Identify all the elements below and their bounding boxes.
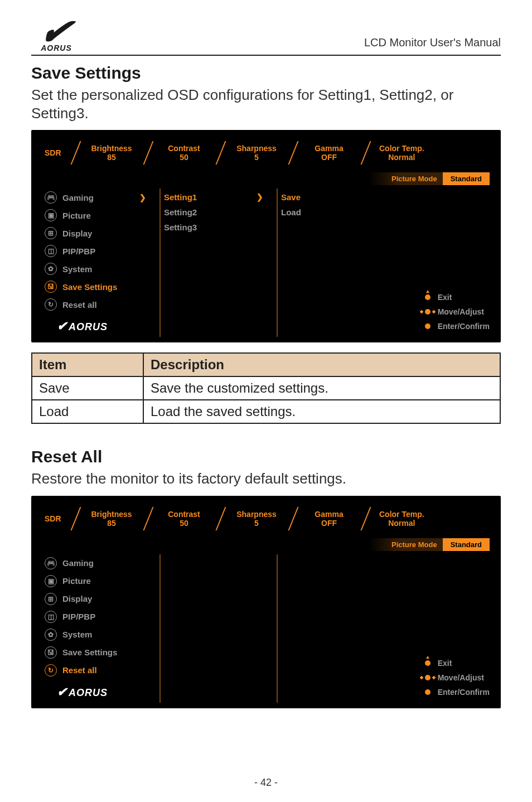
column-divider [277, 554, 278, 703]
stat-brightness: Brightness 85 [84, 510, 139, 528]
reset-icon: ↻ [45, 664, 57, 677]
menu-item-label: Save Settings [62, 282, 117, 292]
menu-item-picture[interactable]: ▣ Picture [45, 572, 156, 590]
menu-item-save-settings[interactable]: 🖫 Save Settings [45, 644, 156, 661]
menu-item-pip[interactable]: ◫ PIP/PBP [45, 608, 156, 626]
stat-contrast-label: Contrast [168, 144, 200, 153]
stat-sharpness-label: Sharpness [236, 144, 277, 153]
status-divider [212, 140, 229, 166]
menu-item-label: Picture [62, 211, 91, 220]
column-divider [277, 189, 278, 337]
menu-item-reset-all[interactable]: ↻ Reset all [45, 661, 156, 679]
osd-main-menu: 🎮 Gaming ❯ ▣ Picture ⊞ Display ◫ PIP/ [45, 189, 156, 337]
action-load[interactable]: Load [281, 205, 390, 220]
stat-contrast: Contrast 50 [156, 144, 212, 162]
stat-colortemp-value: Normal [388, 153, 415, 162]
picture-mode-value: Standard [443, 172, 490, 185]
eagle-icon: ✔ [57, 319, 67, 333]
reset-icon: ↻ [45, 298, 57, 311]
description-table: Item Description Save Save the customize… [31, 352, 501, 424]
menu-item-pip[interactable]: ◫ PIP/PBP [45, 242, 156, 260]
menu-item-label: PIP/PBP [62, 247, 95, 256]
osd-panel-save-settings: SDR Brightness 85 Contrast 50 Sharpness … [31, 130, 501, 342]
osd-action-column: Save Load [281, 189, 390, 337]
stat-contrast-value: 50 [180, 153, 188, 162]
stat-brightness: Brightness 85 [84, 144, 139, 162]
sdr-indicator: SDR [45, 148, 67, 157]
hint-move: Move/Adjust [422, 670, 490, 685]
osd-status-bar: SDR Brightness 85 Contrast 50 Sharpness … [45, 140, 490, 168]
table-header-desc: Description [143, 353, 500, 376]
joystick-up-icon [422, 658, 433, 669]
table-cell-desc: Save the customized settings. [143, 376, 500, 400]
picture-mode-label: Picture Mode [369, 172, 443, 185]
setting-slot-3[interactable]: Setting3 [164, 220, 273, 235]
menu-item-system[interactable]: ✿ System [45, 260, 156, 278]
menu-item-picture[interactable]: ▣ Picture [45, 206, 156, 224]
display-icon: ⊞ [45, 227, 57, 239]
stat-sharpness: Sharpness 5 [229, 510, 284, 528]
document-header: LCD Monitor User's Manual [364, 36, 501, 49]
stat-sharpness-value: 5 [254, 153, 259, 162]
table-header-item: Item [32, 353, 143, 376]
gamepad-icon: 🎮 [45, 557, 57, 569]
table-cell-item: Save [32, 376, 143, 400]
gamepad-icon: 🎮 [45, 191, 57, 204]
sdr-indicator: SDR [45, 514, 67, 523]
picture-mode-value: Standard [443, 538, 490, 551]
aorus-brand-footer: ✔AORUS [45, 679, 156, 703]
menu-item-gaming[interactable]: 🎮 Gaming [45, 554, 156, 572]
status-divider [357, 140, 374, 166]
save-icon: 🖫 [45, 281, 57, 293]
hint-exit: Exit [422, 290, 490, 305]
status-divider [67, 140, 84, 166]
table-cell-desc: Load the saved settings. [143, 400, 500, 423]
menu-item-label: Display [62, 229, 92, 238]
stat-sharpness: Sharpness 5 [229, 144, 284, 162]
menu-item-label: System [62, 264, 92, 274]
osd-joystick-hints: Exit Move/Adjust Enter/Confirm [422, 290, 490, 334]
status-divider [67, 506, 84, 532]
setting-slot-1[interactable]: Setting1 ❯ [164, 190, 273, 205]
joystick-up-icon [422, 292, 433, 303]
table-cell-item: Load [32, 400, 143, 423]
pip-icon: ◫ [45, 611, 57, 623]
menu-item-label: Gaming [62, 193, 94, 202]
osd-joystick-hints: Exit Move/Adjust Enter/Confirm [422, 656, 490, 699]
save-icon: 🖫 [45, 646, 57, 659]
eagle-icon: ✔ [57, 685, 67, 699]
chevron-right-icon: ❯ [139, 193, 146, 202]
stat-brightness-label: Brightness [91, 144, 132, 153]
column-divider [159, 554, 161, 703]
stat-gamma: Gamma OFF [301, 510, 357, 528]
status-divider [284, 140, 301, 166]
gear-icon: ✿ [45, 629, 57, 641]
menu-item-display[interactable]: ⊞ Display [45, 590, 156, 608]
menu-item-display[interactable]: ⊞ Display [45, 224, 156, 242]
chevron-right-icon: ❯ [257, 192, 263, 201]
setting-slot-label: Setting1 [164, 192, 197, 202]
aorus-brand-footer: ✔AORUS [45, 313, 156, 337]
intro-reset-all: Restore the monitor to its factory defau… [31, 470, 501, 488]
hint-move: Move/Adjust [422, 305, 490, 319]
menu-item-system[interactable]: ✿ System [45, 626, 156, 644]
column-divider [159, 189, 161, 337]
page-number: - 42 - [0, 777, 532, 789]
picture-mode-label: Picture Mode [369, 538, 443, 551]
osd-panel-reset-all: SDR Brightness 85 Contrast 50 Sharpness … [31, 496, 501, 708]
menu-item-reset-all[interactable]: ↻ Reset all [45, 296, 156, 313]
hint-enter: Enter/Confirm [422, 685, 490, 699]
hint-enter: Enter/Confirm [422, 319, 490, 334]
stat-gamma: Gamma OFF [301, 144, 357, 162]
menu-item-label: Reset all [62, 300, 97, 310]
menu-item-gaming[interactable]: 🎮 Gaming ❯ [45, 189, 156, 206]
joystick-press-icon [422, 687, 433, 698]
osd-main-menu: 🎮 Gaming ▣ Picture ⊞ Display ◫ PIP/PBP [45, 554, 156, 703]
setting-slot-2[interactable]: Setting2 [164, 205, 273, 220]
menu-item-save-settings[interactable]: 🖫 Save Settings [45, 278, 156, 296]
action-save[interactable]: Save [281, 190, 390, 205]
table-row: Save Save the customized settings. [32, 376, 500, 400]
brand-logo: ✔ AORUS [31, 21, 81, 52]
joystick-press-icon [422, 321, 433, 332]
hint-exit: Exit [422, 656, 490, 670]
